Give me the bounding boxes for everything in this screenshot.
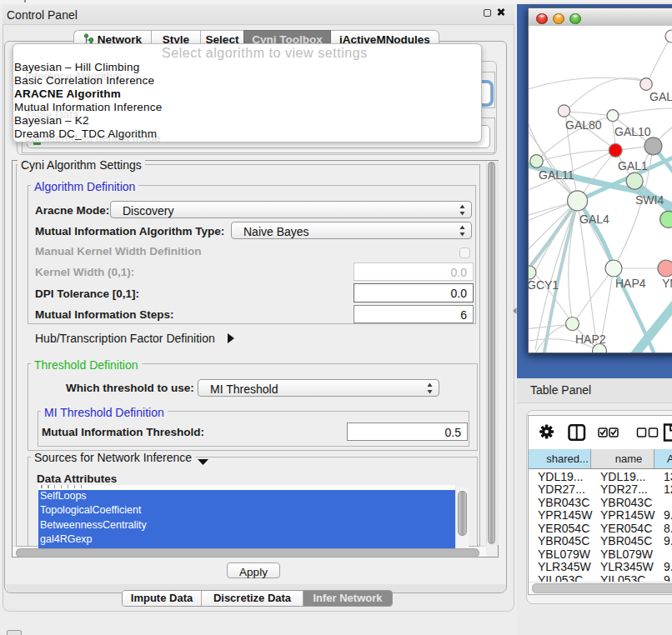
svg-text:GAL80: GAL80 — [565, 118, 602, 132]
svg-text:GAL1: GAL1 — [618, 159, 648, 172]
svg-text:HAP4: HAP4 — [615, 277, 646, 290]
svg-text:HAP2: HAP2 — [575, 332, 606, 346]
svg-text:YM: YM — [662, 277, 672, 290]
svg-text:SWI4: SWI4 — [635, 193, 664, 207]
svg-text:GAL4: GAL4 — [579, 212, 609, 226]
svg-text:GAL11: GAL11 — [539, 168, 574, 182]
svg-text:GAL7: GAL7 — [649, 90, 672, 103]
svg-text:GCY1: GCY1 — [529, 278, 559, 292]
svg-text:GAL10: GAL10 — [614, 125, 651, 138]
